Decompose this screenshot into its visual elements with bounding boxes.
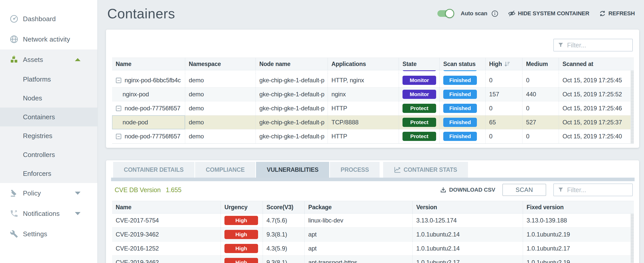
pods-table-row[interactable]: MonitorFinished bbox=[112, 70, 634, 73]
tab-compliance[interactable]: COMPLIANCE bbox=[195, 162, 256, 178]
collapse-icon[interactable]: − bbox=[116, 78, 121, 83]
cell-namespace: demo bbox=[185, 87, 256, 101]
pods-table-row[interactable]: −nginx-pod-6bbc5fb4cdemogke-chip-gke-1-d… bbox=[112, 73, 634, 87]
tab-label: COMPLIANCE bbox=[206, 166, 245, 173]
column-header-score-v3-[interactable]: Score(V3) bbox=[263, 201, 305, 213]
sidebar-item-controllers[interactable]: Controllers bbox=[0, 145, 97, 164]
column-header-namespace[interactable]: Namespace bbox=[185, 58, 256, 70]
tab-container-stats[interactable]: CONTAINER STATS bbox=[383, 162, 468, 178]
details-tabs: CONTAINER DETAILSCOMPLIANCEVULNERABILITI… bbox=[113, 162, 469, 178]
sidebar-item-policy[interactable]: Policy bbox=[0, 183, 97, 203]
vertical-scrollbar[interactable] bbox=[630, 71, 634, 143]
tab-process[interactable]: PROCESS bbox=[330, 162, 380, 178]
column-header-label: State bbox=[403, 61, 417, 68]
column-header-high[interactable]: High bbox=[486, 58, 522, 70]
refresh-icon bbox=[599, 10, 606, 17]
sidebar-item-label: Dashboard bbox=[23, 15, 56, 23]
column-header-fixed-version[interactable]: Fixed version bbox=[523, 201, 634, 213]
cve-table: NameUrgencyScore(V3)PackageVersionFixed … bbox=[112, 201, 634, 263]
sidebar-item-nodes[interactable]: Nodes bbox=[0, 89, 97, 108]
scan-button[interactable]: SCAN bbox=[502, 184, 546, 196]
refresh-button[interactable]: REFRESH bbox=[599, 10, 635, 17]
pods-table-row[interactable]: −node-pod-77756f657demogke-chip-gke-1-de… bbox=[112, 129, 634, 143]
column-header-scan-status[interactable]: Scan status bbox=[440, 58, 486, 70]
tab-container-details[interactable]: CONTAINER DETAILS bbox=[113, 162, 194, 178]
collapse-icon[interactable]: − bbox=[116, 106, 121, 111]
wrench-icon bbox=[9, 229, 19, 239]
column-header-version[interactable]: Version bbox=[413, 201, 523, 213]
cve-table-row[interactable]: CVE-2016-1252High4.3(5.9)apt1.0.1ubuntu2… bbox=[112, 242, 634, 256]
sidebar-item-registries[interactable]: Registries bbox=[0, 126, 97, 145]
cell-scan-status: Finished bbox=[440, 115, 486, 129]
pods-table-row[interactable]: nginx-poddemogke-chip-gke-1-default-pngi… bbox=[112, 87, 634, 101]
column-header-label: Urgency bbox=[224, 204, 248, 211]
cell-scan-status: Finished bbox=[440, 73, 486, 87]
chevron-down-icon bbox=[75, 192, 81, 195]
page-title: Containers bbox=[107, 6, 175, 21]
sidebar-item-dashboard[interactable]: Dashboard bbox=[0, 9, 97, 29]
cell-node-name: gke-chip-gke-1-default-p bbox=[256, 101, 328, 115]
cve-db-value: 1.655 bbox=[166, 186, 182, 193]
tab-vulnerabilities[interactable]: VULNERABILITIES bbox=[256, 162, 329, 178]
download-icon bbox=[440, 187, 447, 193]
sidebar-item-label: Settings bbox=[23, 230, 47, 238]
cve-filter-input[interactable] bbox=[567, 186, 628, 194]
urgency-badge: High bbox=[224, 216, 258, 225]
cell-node-name bbox=[256, 70, 328, 73]
cell-urgency: High bbox=[221, 242, 263, 255]
cell-state: Protect bbox=[399, 115, 440, 129]
eye-slash-icon bbox=[508, 10, 516, 17]
column-header-name[interactable]: Name bbox=[112, 58, 185, 70]
chart-icon bbox=[394, 166, 401, 173]
cve-table-row[interactable]: CVE-2019-3462High9.3(8.1)apt-transport-h… bbox=[112, 256, 634, 263]
cell-applications bbox=[328, 70, 399, 73]
cell-high: 65 bbox=[486, 115, 522, 129]
column-header-label: Scan status bbox=[443, 61, 476, 68]
chevron-up-icon bbox=[75, 58, 81, 61]
column-header-label: Scanned at bbox=[562, 61, 593, 68]
sidebar-item-label: Notifications bbox=[23, 210, 60, 218]
sidebar-item-label: Assets bbox=[23, 56, 43, 64]
pods-table-row[interactable]: −node-pod-77756f657demogke-chip-gke-1-de… bbox=[112, 101, 634, 115]
column-header-urgency[interactable]: Urgency bbox=[221, 201, 263, 213]
state-badge: Monitor bbox=[403, 70, 436, 71]
cell-namespace: demo bbox=[185, 73, 256, 87]
column-header-applications[interactable]: Applications bbox=[328, 58, 399, 70]
scan-status-badge: Finished bbox=[443, 132, 477, 141]
horizontal-scrollbar[interactable] bbox=[111, 178, 635, 181]
cell-high: 157 bbox=[486, 87, 522, 101]
column-header-name[interactable]: Name bbox=[112, 201, 221, 213]
cve-table-row[interactable]: CVE-2017-5754High4.7(5.6)linux-libc-dev3… bbox=[112, 214, 634, 228]
tab-label: PROCESS bbox=[341, 166, 369, 173]
sidebar-item-settings[interactable]: Settings bbox=[0, 224, 97, 244]
vertical-scrollbar[interactable] bbox=[630, 214, 634, 263]
pods-table: NameNamespaceNode nameApplicationsStateS… bbox=[112, 58, 634, 144]
sidebar-item-enforcers[interactable]: Enforcers bbox=[0, 164, 97, 183]
sidebar-item-assets[interactable]: Assets bbox=[0, 49, 97, 70]
cell-name: nginx-pod bbox=[112, 87, 185, 101]
gauge-icon bbox=[9, 14, 19, 23]
pods-filter-input[interactable] bbox=[567, 42, 628, 49]
column-header-state[interactable]: State bbox=[399, 58, 440, 70]
collapse-icon[interactable]: − bbox=[116, 134, 121, 139]
pod-name: node-pod-77756f657 bbox=[125, 105, 180, 112]
sidebar-item-notifications[interactable]: Notifications bbox=[0, 203, 97, 224]
column-header-package[interactable]: Package bbox=[305, 201, 413, 213]
hide-system-container-button[interactable]: HIDE SYSTEM CONTAINER bbox=[508, 10, 589, 17]
column-header-medium[interactable]: Medium bbox=[522, 58, 559, 70]
info-icon[interactable] bbox=[491, 10, 498, 17]
cell-name bbox=[112, 70, 185, 73]
sidebar-item-platforms[interactable]: Platforms bbox=[0, 70, 97, 89]
sidebar-item-containers[interactable]: Containers bbox=[0, 108, 97, 126]
pods-table-row[interactable]: node-poddemogke-chip-gke-1-default-pTCP/… bbox=[112, 115, 634, 129]
cell-name: −node-pod-77756f657 bbox=[112, 101, 185, 115]
sidebar-item-network-activity[interactable]: Network activity bbox=[0, 29, 97, 49]
partially-scrolled-row: MonitorFinished bbox=[112, 70, 634, 73]
tab-label: CONTAINER STATS bbox=[404, 166, 457, 173]
column-header-node-name[interactable]: Node name bbox=[256, 58, 328, 70]
column-header-scanned-at[interactable]: Scanned at bbox=[559, 58, 634, 70]
cell-name: node-pod bbox=[112, 115, 185, 129]
download-csv-button[interactable]: DOWNLOAD CSV bbox=[440, 187, 495, 193]
cve-table-row[interactable]: CVE-2019-3462High9.3(8.1)apt1.0.1ubuntu2… bbox=[112, 228, 634, 242]
auto-scan-toggle[interactable] bbox=[437, 10, 453, 17]
